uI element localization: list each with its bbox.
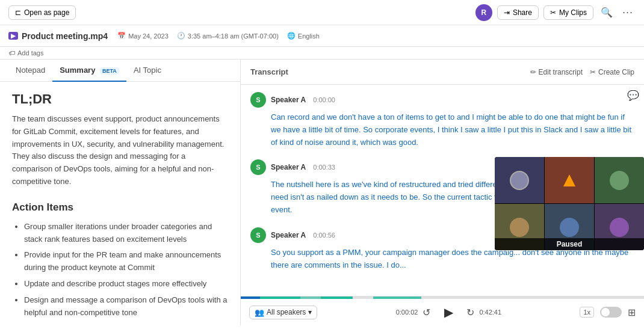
tag-icon: 🏷 [8, 49, 15, 57]
rewind-icon: ↺ [423, 307, 430, 318]
video-cell [545, 157, 594, 203]
message-text: Can record and we don't have a ton of it… [250, 111, 634, 149]
forward-button[interactable]: ↻ [466, 306, 474, 319]
layout-icon[interactable]: ⊞ [628, 307, 636, 318]
file-language: 🌐 English [287, 32, 320, 40]
chevron-down-icon: ▾ [308, 308, 312, 316]
top-bar-right: R ⇥ Share ✂ My Clips 🔍 ··· [475, 4, 636, 21]
share-label: Share [513, 8, 532, 17]
speakers-icon: 👥 [255, 308, 264, 317]
avatar: R [475, 4, 492, 21]
speaker-avatar: S [250, 159, 266, 175]
globe-icon: 🌐 [287, 32, 296, 40]
speaker-time: 0:00:00 [313, 96, 335, 103]
speaker-time: 0:00:56 [313, 232, 335, 239]
rewind-button[interactable]: ↺ [423, 306, 430, 319]
clock-icon: 🕐 [177, 32, 185, 40]
message-header: S Speaker A 0:00:00 [250, 92, 634, 108]
scissors-icon: ✂ [590, 68, 596, 76]
progress-track[interactable] [241, 297, 644, 299]
open-as-page-label: Open as page [24, 8, 69, 17]
file-time: 🕐 3:35 am–4:18 am (GMT-07:00) [177, 32, 279, 40]
play-button[interactable]: ▶ [439, 303, 458, 322]
video-cell [595, 157, 644, 203]
list-item: Design and message a comparison of DevOp… [24, 294, 228, 319]
progress-colorbar [241, 297, 644, 299]
captions-toggle[interactable] [600, 307, 622, 318]
right-controls: 1x ⊞ [580, 307, 636, 318]
message-text: So you support as a PMM, your campaign m… [250, 247, 634, 272]
more-icon: ··· [622, 6, 633, 19]
left-tabs: Notepad Summary BETA AI Topic [0, 60, 240, 82]
person-avatar [610, 171, 629, 190]
calendar-icon: 📅 [117, 32, 126, 40]
message-block: S Speaker A 0:00:00 Can record and we do… [250, 92, 634, 149]
transcript-title: Transcript [250, 67, 288, 76]
share-button[interactable]: ⇥ Share [497, 5, 539, 20]
tab-ai-topic[interactable]: AI Topic [126, 60, 169, 82]
summary-content: TL;DR The team discusses event support, … [0, 82, 240, 325]
speaker-name: Speaker A [271, 96, 306, 104]
speaker-avatar: S [250, 227, 266, 243]
file-info-section: ▶ Product meeting.mp4 📅 May 24, 2023 🕐 3… [0, 25, 644, 60]
speakers-label: All speakers [267, 308, 306, 316]
paused-overlay: Paused [495, 238, 644, 250]
my-clips-button[interactable]: ✂ My Clips [543, 5, 593, 20]
person-avatar [510, 218, 529, 237]
speaker-name: Speaker A [271, 231, 306, 239]
file-type-badge: ▶ [8, 32, 18, 40]
left-panel: Notepad Summary BETA AI Topic TL;DR The … [0, 60, 241, 325]
forward-icon: ↻ [466, 307, 474, 318]
speaker-name: Speaker A [271, 163, 306, 171]
file-title-section: ▶ Product meeting.mp4 [8, 31, 108, 41]
list-item: Group smaller iterations under broader c… [24, 221, 228, 246]
top-bar: ⊏ Open as page R ⇥ Share ✂ My Clips 🔍 ··… [0, 0, 644, 25]
time-end: 0:42:41 [479, 309, 501, 316]
my-clips-label: My Clips [559, 8, 587, 17]
person-avatar [610, 218, 629, 237]
right-panel: Transcript ✏ Edit transcript ✂ Create Cl… [241, 60, 644, 325]
transcript-actions: ✏ Edit transcript ✂ Create Clip [530, 68, 634, 76]
list-item: Provide input for the PR team and make a… [24, 249, 228, 274]
tab-summary[interactable]: Summary BETA [52, 60, 126, 82]
beta-badge: BETA [100, 67, 119, 75]
more-options-button[interactable]: ··· [620, 4, 636, 21]
clips-icon: ✂ [550, 8, 556, 17]
tab-notepad[interactable]: Notepad [8, 60, 52, 82]
player-bar: 👥 All speakers ▾ 0:00:02 ↺ ▶ [241, 296, 644, 325]
add-tags-button[interactable]: 🏷 Add tags [0, 47, 644, 59]
player-controls: 👥 All speakers ▾ 0:00:02 ↺ ▶ [241, 299, 644, 325]
video-overlay: Paused [495, 157, 644, 250]
speed-badge[interactable]: 1x [580, 307, 594, 318]
video-grid [495, 157, 644, 250]
edit-pencil-icon: ✏ [530, 68, 536, 76]
time-start: 0:00:02 [396, 309, 418, 316]
open-as-page-button[interactable]: ⊏ Open as page [8, 5, 76, 20]
person-avatar [510, 171, 529, 190]
center-controls: 0:00:02 ↺ ▶ ↻ 0:42:41 [396, 303, 501, 322]
action-items-title: Action Items [12, 201, 228, 214]
file-meta: 📅 May 24, 2023 🕐 3:35 am–4:18 am (GMT-07… [117, 32, 320, 40]
tl-dr-title: TL;DR [12, 91, 228, 107]
edit-transcript-button[interactable]: ✏ Edit transcript [530, 68, 583, 76]
search-button[interactable]: 🔍 [598, 4, 615, 20]
progress-fill [241, 297, 260, 299]
comment-icon[interactable]: 💬 [627, 90, 639, 101]
search-icon: 🔍 [601, 7, 613, 18]
speakers-select[interactable]: 👥 All speakers ▾ [249, 306, 317, 319]
list-item: Update and describe product stages more … [24, 278, 228, 291]
file-title: Product meeting.mp4 [22, 31, 108, 41]
speaker-time: 0:00:33 [313, 164, 335, 171]
person-avatar [560, 218, 579, 237]
tl-dr-text: The team discusses event support, produc… [12, 113, 228, 188]
main-layout: Notepad Summary BETA AI Topic TL;DR The … [0, 60, 644, 325]
play-icon: ▶ [444, 305, 453, 319]
transcript-body: 💬 S Speaker A 0:00:00 Can record and we … [241, 85, 644, 296]
toggle-knob [601, 308, 610, 316]
transcript-header: Transcript ✏ Edit transcript ✂ Create Cl… [241, 60, 644, 85]
file-date: 📅 May 24, 2023 [117, 32, 169, 40]
action-items-list: Group smaller iterations under broader c… [12, 221, 228, 319]
create-clip-button[interactable]: ✂ Create Clip [590, 68, 634, 76]
playback-controls: ↺ ▶ ↻ [423, 303, 474, 322]
file-info-bar: ▶ Product meeting.mp4 📅 May 24, 2023 🕐 3… [0, 25, 644, 47]
